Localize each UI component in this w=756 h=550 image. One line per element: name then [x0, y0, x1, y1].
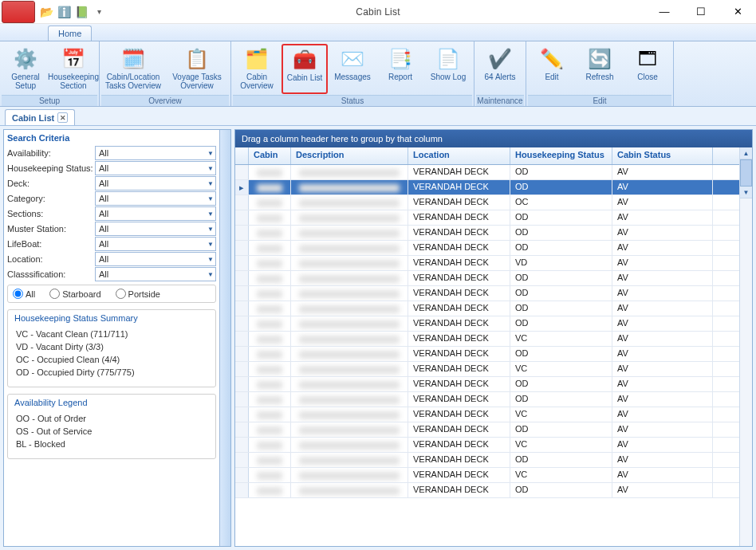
report-button[interactable]: 📑Report: [377, 44, 423, 94]
table-row[interactable]: VERANDAH DECKODAV: [235, 422, 739, 438]
messages-button[interactable]: ✉️Messages: [329, 44, 376, 94]
col-hk-status[interactable]: Housekeeping Status: [510, 147, 612, 164]
table-row[interactable]: VERANDAH DECKODAV: [235, 377, 739, 392]
table-row[interactable]: VERANDAH DECKODAV: [235, 347, 739, 362]
cell-description: [291, 422, 408, 437]
cell-description: [291, 377, 408, 391]
col-description[interactable]: Description: [291, 147, 408, 164]
avail-legend-line: OS - Out of Service: [16, 425, 207, 438]
close-button[interactable]: 🗔Close: [624, 44, 671, 94]
group-by-bar[interactable]: Drag a column header here to group by th…: [235, 130, 752, 147]
close-window-button[interactable]: ✕: [719, 2, 756, 22]
doctab-cabin-list[interactable]: Cabin List ✕: [5, 109, 75, 125]
cabin-overview-icon: 🗂️: [244, 46, 270, 72]
filter-row: Location:All▼: [7, 252, 216, 266]
filter-combo[interactable]: All▼: [95, 146, 216, 160]
filter-row: Availability:All▼: [7, 146, 216, 160]
table-row[interactable]: ▸VERANDAH DECKODAV: [235, 180, 739, 195]
filter-value: All: [99, 269, 108, 279]
table-row[interactable]: VERANDAH DECKODAV: [235, 301, 739, 316]
filter-combo[interactable]: All▼: [95, 222, 216, 236]
cabin-overview-button[interactable]: 🗂️Cabin Overview: [234, 44, 280, 94]
panel-collapse-strip[interactable]: [219, 130, 230, 546]
table-row[interactable]: VERANDAH DECKODAV: [235, 453, 739, 468]
cell-cabin-status: AV: [612, 362, 713, 376]
general-setup-button[interactable]: ⚙️General Setup: [2, 44, 49, 94]
filter-label: Location:: [7, 254, 95, 264]
cell-description: [291, 483, 408, 497]
cell-cabin-status: AV: [612, 483, 713, 497]
show-log-button[interactable]: 📄Show Log: [425, 44, 471, 94]
cell-location: VERANDAH DECK: [408, 210, 510, 225]
table-row[interactable]: VERANDAH DECKODAV: [235, 241, 739, 256]
cell-description: [291, 316, 408, 331]
table-row[interactable]: VERANDAH DECKODAV: [235, 226, 739, 241]
scroll-thumb[interactable]: [740, 159, 752, 187]
scroll-down-icon[interactable]: ▼: [740, 187, 752, 198]
alerts-button[interactable]: ✔️64 Alerts: [477, 44, 523, 94]
edit-button[interactable]: ✏️Edit: [529, 44, 575, 94]
table-row[interactable]: VERANDAH DECKODAV: [235, 165, 739, 180]
filter-combo[interactable]: All▼: [95, 206, 216, 221]
housekeeping-section-button[interactable]: 📅Housekeeping Section: [50, 44, 96, 94]
app-menu-orb[interactable]: [2, 1, 35, 23]
table-row[interactable]: VERANDAH DECKODAV: [235, 210, 739, 226]
radio-all[interactable]: All: [13, 289, 35, 299]
cell-hk-status: OD: [510, 453, 612, 467]
table-row[interactable]: VERANDAH DECKVCAV: [235, 468, 739, 483]
scroll-up-icon[interactable]: ▲: [740, 147, 752, 159]
table-row[interactable]: VERANDAH DECKODAV: [235, 483, 739, 498]
filter-combo[interactable]: All▼: [95, 176, 216, 191]
hk-summary-line: OD - Occupied Dirty (775/775): [16, 366, 207, 379]
cell-cabin-status: AV: [612, 195, 713, 210]
table-row[interactable]: VERANDAH DECKVCAV: [235, 407, 739, 422]
info-icon[interactable]: ℹ️: [57, 6, 70, 18]
radio-starboard[interactable]: Starboard: [49, 289, 100, 299]
row-indicator: [235, 286, 249, 301]
table-row[interactable]: VERANDAH DECKODAV: [235, 286, 739, 301]
table-row[interactable]: VERANDAH DECKOCAV: [235, 195, 739, 210]
filter-row: LifeBoat:All▼: [7, 237, 216, 251]
minimize-button[interactable]: —: [646, 2, 683, 22]
filter-combo[interactable]: All▼: [95, 267, 216, 281]
table-row[interactable]: VERANDAH DECKVCAV: [235, 438, 739, 453]
folder-open-icon[interactable]: 📂: [40, 6, 53, 18]
exit-icon[interactable]: 📗: [75, 6, 88, 18]
maximize-button[interactable]: ☐: [683, 2, 719, 22]
cell-location: VERANDAH DECK: [408, 316, 510, 331]
col-cabin[interactable]: Cabin: [249, 147, 291, 164]
refresh-button[interactable]: 🔄Refresh: [577, 44, 623, 94]
col-location[interactable]: Location: [408, 147, 510, 164]
row-indicator: [235, 377, 249, 391]
cell-location: VERANDAH DECK: [408, 332, 510, 346]
tab-home[interactable]: Home: [48, 26, 92, 41]
table-row[interactable]: VERANDAH DECKODAV: [235, 316, 739, 332]
row-indicator: [235, 362, 249, 376]
filter-combo[interactable]: All▼: [95, 191, 216, 206]
cabin-location-tasks-overview-button[interactable]: 🗓️Cabin/Location Tasks Overview: [102, 44, 164, 94]
filter-combo[interactable]: All▼: [95, 161, 216, 175]
voyage-tasks-overview-button[interactable]: 📋Voyage Tasks Overview: [166, 44, 228, 94]
cell-cabin-status: AV: [612, 407, 713, 422]
filter-label: Deck:: [7, 179, 95, 188]
grid-body[interactable]: VERANDAH DECKODAV▸VERANDAH DECKODAVVERAN…: [235, 165, 739, 546]
table-row[interactable]: VERANDAH DECKVDAV: [235, 256, 739, 271]
grid-vertical-scrollbar[interactable]: ▲ ▼: [739, 147, 752, 546]
filter-combo[interactable]: All▼: [95, 252, 216, 266]
chevron-down-icon: ▼: [207, 256, 214, 263]
close-tab-icon[interactable]: ✕: [57, 112, 68, 123]
show-log-icon: 📄: [435, 46, 461, 72]
qat-dropdown-icon[interactable]: ▾: [93, 6, 105, 18]
col-cabin-status[interactable]: Cabin Status: [612, 147, 713, 164]
cell-cabin: [249, 256, 291, 270]
radio-portside[interactable]: Portside: [116, 289, 160, 299]
table-row[interactable]: VERANDAH DECKODAV: [235, 271, 739, 286]
cell-location: VERANDAH DECK: [408, 407, 510, 422]
cabin-list-button[interactable]: 🧰Cabin List: [282, 44, 328, 94]
messages-label: Messages: [334, 73, 371, 90]
table-row[interactable]: VERANDAH DECKVCAV: [235, 362, 739, 377]
messages-icon: ✉️: [340, 46, 365, 72]
table-row[interactable]: VERANDAH DECKVCAV: [235, 332, 739, 347]
filter-combo[interactable]: All▼: [95, 237, 216, 251]
table-row[interactable]: VERANDAH DECKODAV: [235, 392, 739, 407]
